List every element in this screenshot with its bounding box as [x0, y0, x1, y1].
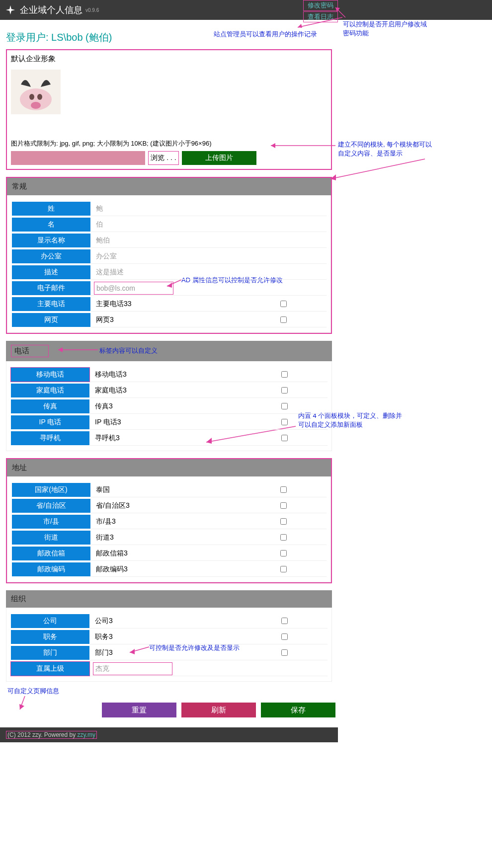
field-label: 姓 [11, 201, 91, 216]
field-row: 街道 [11, 530, 327, 545]
field-row: 办公室 [11, 249, 327, 264]
field-input-wrap [90, 367, 328, 382]
field-label: 显示名称 [11, 233, 91, 248]
field-checkbox[interactable] [280, 316, 287, 323]
field-checkbox[interactable] [280, 550, 287, 556]
reset-button[interactable]: 重置 [102, 703, 176, 717]
section-header: 组织 [6, 590, 332, 608]
footer-copy: (C) 2012 zzy. Powered by [7, 731, 78, 738]
field-row: 名 [11, 217, 327, 232]
avatar-box: 默认企业形象 图片格式限制为: jpg, gif, png; 大小限制为 10K… [6, 49, 332, 170]
footer-link[interactable]: zzy.my [78, 731, 95, 738]
field-input-wrap [91, 281, 327, 296]
field-input[interactable] [94, 203, 253, 215]
field-checkbox[interactable] [281, 435, 288, 441]
field-input[interactable] [94, 282, 173, 295]
field-input[interactable] [93, 615, 252, 627]
field-input-wrap [91, 297, 327, 312]
field-checkbox[interactable] [280, 486, 287, 493]
field-checkbox[interactable] [280, 502, 287, 509]
field-row: 显示名称 [11, 233, 327, 248]
field-checkbox[interactable] [280, 566, 287, 572]
field-input[interactable] [94, 250, 253, 262]
field-label: 描述 [11, 265, 91, 280]
field-row: 电子邮件 [11, 281, 327, 296]
field-label: 公司 [10, 614, 90, 629]
format-hint: 图片格式限制为: jpg, gif, png; 大小限制为 10KB; (建议图… [11, 139, 327, 148]
field-label: 街道 [11, 530, 91, 545]
field-input[interactable] [94, 516, 253, 528]
field-input[interactable] [93, 432, 252, 444]
field-label: 名 [11, 217, 91, 232]
field-input[interactable] [93, 369, 252, 381]
field-input-wrap [91, 217, 327, 232]
field-checkbox[interactable] [281, 387, 288, 394]
field-input-wrap [91, 249, 327, 264]
field-input-wrap [91, 546, 327, 561]
section-header: 电话 [6, 341, 332, 361]
field-row: 邮政信箱 [11, 546, 327, 561]
field-row: 姓 [11, 201, 327, 216]
field-checkbox[interactable] [281, 371, 288, 378]
field-row: 省/自治区 [11, 498, 327, 513]
field-input-wrap [91, 530, 327, 545]
field-input[interactable] [93, 662, 172, 675]
field-row: 职务 [10, 630, 328, 644]
field-input[interactable] [93, 647, 252, 659]
field-checkbox[interactable] [280, 301, 287, 307]
field-row: 邮政编码 [11, 562, 327, 577]
field-checkbox[interactable] [281, 649, 288, 656]
section-title-hl: 电话 [11, 345, 49, 357]
field-input[interactable] [94, 500, 253, 512]
save-button[interactable]: 保存 [261, 703, 335, 717]
view-log-link[interactable]: 查看日志 [303, 11, 338, 22]
field-label: 邮政编码 [11, 562, 91, 577]
field-checkbox[interactable] [280, 534, 287, 541]
change-password-link[interactable]: 修改密码 [303, 0, 338, 11]
field-input[interactable] [94, 548, 253, 559]
field-input[interactable] [94, 314, 253, 326]
field-input-wrap [90, 415, 328, 430]
field-input[interactable] [93, 631, 252, 643]
svg-point-22 [31, 102, 41, 109]
field-input[interactable] [94, 563, 253, 575]
field-checkbox[interactable] [281, 618, 288, 624]
browse-button[interactable]: 浏览 . . . [148, 151, 179, 165]
field-label: 电子邮件 [11, 281, 91, 296]
note-modules: 建立不同的模块, 每个模块都可以自定义内容、是否显示 [338, 140, 437, 158]
field-checkbox[interactable] [281, 633, 288, 640]
note-log: 站点管理员可以查看用户的操作记录 [214, 30, 317, 39]
pinwheel-icon [5, 4, 16, 15]
field-label: 家庭电话 [10, 383, 90, 398]
field-input-wrap [90, 431, 328, 446]
field-row: 国家(地区) [11, 482, 327, 497]
field-checkbox[interactable] [281, 403, 288, 409]
field-checkbox[interactable] [281, 419, 288, 425]
field-row: 网页 [11, 313, 327, 327]
field-input[interactable] [93, 400, 252, 412]
file-path-input[interactable] [11, 151, 145, 165]
field-input[interactable] [94, 266, 253, 278]
field-input-wrap [91, 498, 327, 513]
field-input-wrap [91, 265, 327, 280]
field-input[interactable] [94, 298, 253, 310]
field-input[interactable] [94, 484, 253, 496]
field-label: 网页 [11, 313, 91, 327]
field-input[interactable] [94, 532, 253, 544]
field-input-wrap [90, 630, 328, 644]
field-input[interactable] [93, 385, 252, 396]
field-input-wrap [90, 614, 328, 629]
action-bar: 重置 刷新 保存 [0, 703, 338, 717]
field-input-wrap [91, 562, 327, 577]
upload-button[interactable]: 上传图片 [182, 151, 256, 165]
field-checkbox[interactable] [280, 518, 287, 525]
field-row: 市/县 [11, 514, 327, 529]
field-row: 部门 [10, 645, 328, 660]
field-input[interactable] [94, 219, 253, 231]
avatar-title: 默认企业形象 [11, 54, 327, 64]
field-label: 国家(地区) [11, 482, 91, 497]
refresh-button[interactable]: 刷新 [181, 703, 256, 717]
field-input[interactable] [93, 416, 252, 428]
avatar-image [11, 70, 61, 114]
field-input[interactable] [94, 235, 253, 246]
